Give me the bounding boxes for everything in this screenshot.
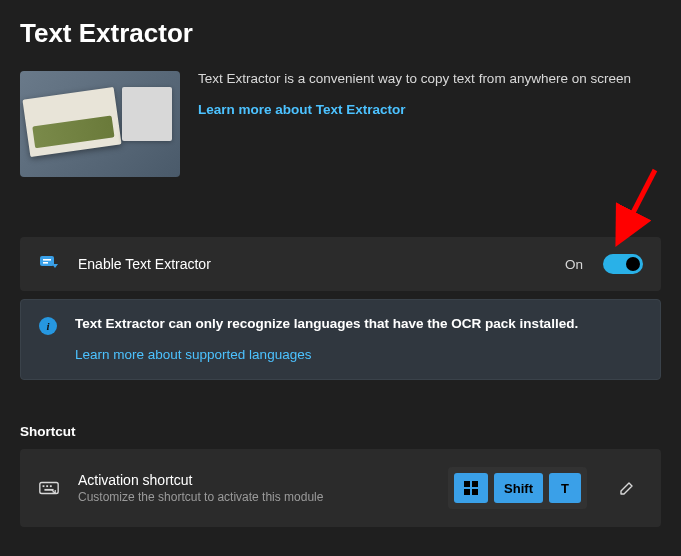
learn-more-link[interactable]: Learn more about Text Extractor bbox=[198, 102, 406, 117]
activation-shortcut-card: Activation shortcut Customize the shortc… bbox=[20, 449, 661, 527]
shortcut-section-heading: Shortcut bbox=[20, 424, 661, 439]
edit-shortcut-button[interactable] bbox=[611, 472, 643, 504]
info-icon: i bbox=[39, 317, 57, 335]
enable-feature-toggle[interactable] bbox=[603, 254, 643, 274]
svg-rect-8 bbox=[464, 481, 470, 487]
intro-row: Text Extractor is a convenient way to co… bbox=[20, 71, 661, 177]
svg-rect-2 bbox=[43, 262, 48, 264]
svg-rect-4 bbox=[43, 485, 45, 487]
enable-feature-label: Enable Text Extractor bbox=[78, 256, 547, 272]
activation-shortcut-title: Activation shortcut bbox=[78, 472, 430, 488]
svg-rect-6 bbox=[50, 485, 52, 487]
ocr-info-card: i Text Extractor can only recognize lang… bbox=[20, 299, 661, 380]
shortcut-key-display: Shift T bbox=[448, 467, 587, 509]
shortcut-key-win bbox=[454, 473, 488, 503]
page-title: Text Extractor bbox=[20, 18, 661, 49]
pencil-icon bbox=[619, 480, 635, 496]
shortcut-key-shift: Shift bbox=[494, 473, 543, 503]
svg-rect-1 bbox=[43, 259, 51, 261]
keyboard-icon bbox=[38, 477, 60, 499]
shortcut-key-t: T bbox=[549, 473, 581, 503]
supported-languages-link[interactable]: Learn more about supported languages bbox=[75, 347, 311, 362]
svg-rect-0 bbox=[40, 256, 54, 266]
activation-shortcut-subtitle: Customize the shortcut to activate this … bbox=[78, 490, 430, 504]
info-message: Text Extractor can only recognize langua… bbox=[75, 316, 642, 331]
intro-description: Text Extractor is a convenient way to co… bbox=[198, 71, 661, 86]
svg-rect-9 bbox=[472, 481, 478, 487]
text-extractor-icon bbox=[38, 253, 60, 275]
feature-preview-thumbnail bbox=[20, 71, 180, 177]
toggle-state-text: On bbox=[565, 257, 583, 272]
enable-feature-card: Enable Text Extractor On bbox=[20, 237, 661, 291]
svg-rect-11 bbox=[472, 489, 478, 495]
svg-rect-10 bbox=[464, 489, 470, 495]
svg-rect-5 bbox=[46, 485, 48, 487]
